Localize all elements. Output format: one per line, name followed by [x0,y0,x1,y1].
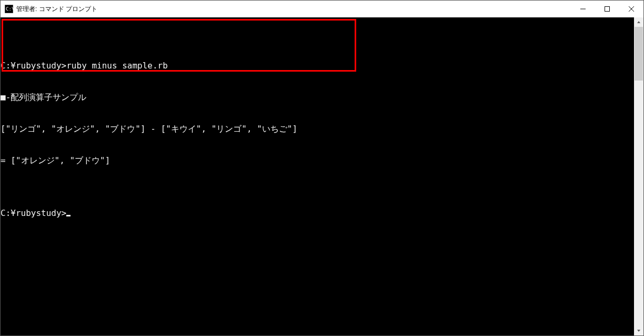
svg-marker-6 [637,21,640,23]
terminal-line: = ["オレンジ", "ブドウ"] [1,155,634,166]
minimize-button[interactable] [571,1,595,17]
terminal-prompt-line: C:¥rubystudy> [1,208,634,219]
command-prompt-window: C:\ 管理者: コマンド プロンプト C:¥rubystudy>ruby mi… [0,0,644,336]
scroll-up-button[interactable] [634,17,643,27]
maximize-button[interactable] [595,1,619,17]
scrollbar-thumb[interactable] [635,27,643,81]
terminal-line: ["リンゴ", "オレンジ", "ブドウ"] - ["キウイ", "リンゴ", … [1,124,634,134]
terminal-prompt-text: C:¥rubystudy> [1,208,66,218]
terminal-line: ■-配列演算子サンプル [1,92,634,103]
svg-rect-3 [605,7,610,12]
window-title: 管理者: コマンド プロンプト [16,5,97,14]
vertical-scrollbar[interactable] [634,17,643,335]
svg-text:C:\: C:\ [6,6,13,12]
cmd-icon: C:\ [5,5,13,13]
client-area: C:¥rubystudy>ruby minus_sample.rb ■-配列演算… [1,17,643,335]
scroll-down-button[interactable] [634,326,643,335]
close-button[interactable] [619,1,643,17]
scrollbar-track[interactable] [634,27,643,326]
titlebar[interactable]: C:\ 管理者: コマンド プロンプト [1,1,643,17]
cursor-icon [66,215,71,216]
svg-marker-7 [637,330,640,332]
terminal-output[interactable]: C:¥rubystudy>ruby minus_sample.rb ■-配列演算… [1,17,634,335]
terminal-line: C:¥rubystudy>ruby minus_sample.rb [1,61,634,71]
